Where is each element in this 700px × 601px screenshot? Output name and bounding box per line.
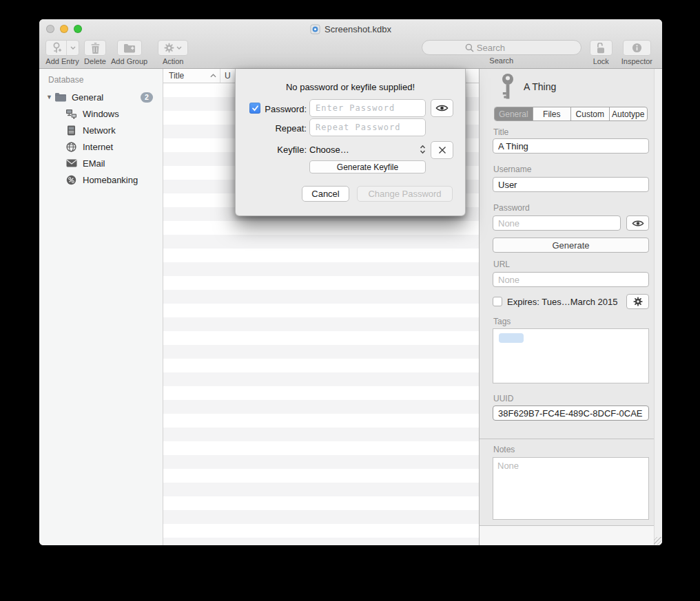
title-field[interactable] bbox=[493, 138, 649, 154]
sidebar-item-email[interactable]: EMail bbox=[39, 155, 163, 171]
keyfile-popup[interactable]: Choose… bbox=[309, 141, 426, 158]
search-input[interactable] bbox=[477, 43, 566, 53]
add-entry-label: Add Entry bbox=[45, 57, 79, 65]
inspector-footer bbox=[480, 526, 654, 545]
inspector-tabs: General Files Custom Autotype bbox=[494, 107, 648, 121]
tags-field-label: Tags bbox=[493, 317, 511, 326]
sidebar: Database ▼ General 2 Windows bbox=[39, 69, 163, 545]
document-proxy-icon[interactable] bbox=[310, 24, 320, 34]
tab-autotype[interactable]: Autotype bbox=[609, 107, 648, 120]
generate-keyfile-button[interactable]: Generate Keyfile bbox=[309, 160, 426, 173]
search-label: Search bbox=[489, 56, 513, 65]
divider bbox=[480, 439, 654, 439]
zoom-button[interactable] bbox=[74, 25, 82, 33]
url-field-label: URL bbox=[493, 260, 510, 269]
repeat-password-input[interactable] bbox=[309, 118, 426, 136]
info-icon bbox=[632, 43, 642, 53]
server-icon bbox=[65, 125, 77, 136]
action-button[interactable]: Action bbox=[158, 40, 188, 65]
sidebar-item-internet[interactable]: Internet bbox=[39, 138, 163, 155]
tags-box[interactable] bbox=[493, 328, 649, 383]
password-field-label: Password bbox=[493, 203, 530, 213]
disclosure-triangle-icon[interactable]: ▼ bbox=[46, 94, 54, 101]
search-field[interactable] bbox=[422, 40, 581, 55]
expires-label: Expires: Tues…March 2015 bbox=[507, 297, 617, 307]
inspector-panel: A Thing General Files Custom Autotype Ti… bbox=[479, 69, 662, 545]
inspector-label: Inspector bbox=[621, 57, 652, 65]
group-count-badge: 2 bbox=[141, 92, 153, 103]
delete-label: Delete bbox=[84, 57, 106, 65]
sidebar-item-general[interactable]: ▼ General 2 bbox=[39, 89, 163, 105]
close-button[interactable] bbox=[46, 25, 54, 33]
minimize-button[interactable] bbox=[60, 25, 68, 33]
sidebar-item-windows[interactable]: Windows bbox=[39, 105, 163, 122]
eye-icon bbox=[435, 104, 449, 112]
lock-label: Lock bbox=[593, 57, 609, 65]
titlebar[interactable]: Screenshot.kdbx bbox=[39, 19, 662, 39]
sidebar-item-label: Homebanking bbox=[83, 175, 138, 185]
window-title: Screenshot.kdbx bbox=[325, 24, 391, 34]
url-field[interactable] bbox=[493, 272, 649, 287]
title-field-label: Title bbox=[493, 127, 508, 137]
sidebar-item-network[interactable]: Network bbox=[39, 122, 163, 138]
clear-keyfile-button[interactable] bbox=[431, 141, 453, 159]
column-header-title[interactable]: Title bbox=[163, 69, 220, 83]
add-group-label: Add Group bbox=[111, 57, 147, 65]
add-entry-button[interactable]: Add Entry bbox=[45, 40, 79, 65]
network-computers-icon bbox=[65, 109, 77, 119]
username-field[interactable] bbox=[493, 177, 649, 192]
uuid-field[interactable] bbox=[493, 405, 649, 421]
notes-field[interactable] bbox=[493, 457, 649, 520]
keyfile-label: Keyfile: bbox=[236, 145, 307, 155]
change-password-button[interactable]: Change Password bbox=[357, 186, 453, 202]
password-field[interactable] bbox=[493, 215, 621, 231]
entry-title: A Thing bbox=[524, 81, 556, 92]
delete-button[interactable]: Delete bbox=[84, 40, 106, 65]
trash-icon bbox=[91, 43, 100, 54]
sort-ascending-icon bbox=[210, 74, 216, 78]
sidebar-item-label: Internet bbox=[83, 142, 113, 152]
app-window: Screenshot.kdbx Add Entry bbox=[39, 19, 662, 545]
add-entry-dropdown[interactable] bbox=[67, 41, 79, 55]
tab-custom[interactable]: Custom bbox=[570, 107, 609, 120]
percent-icon bbox=[65, 175, 77, 185]
lock-icon bbox=[596, 43, 606, 54]
globe-icon bbox=[65, 142, 77, 152]
traffic-lights bbox=[46, 25, 82, 33]
expires-settings-button[interactable] bbox=[626, 294, 649, 309]
reveal-password-button[interactable] bbox=[431, 99, 453, 117]
folder-icon bbox=[54, 92, 67, 102]
cancel-button[interactable]: Cancel bbox=[302, 186, 349, 202]
reveal-password-button[interactable] bbox=[626, 215, 649, 231]
resize-grip[interactable] bbox=[654, 537, 661, 545]
inspector-button[interactable]: Inspector bbox=[621, 40, 652, 65]
screen: Screenshot.kdbx Add Entry bbox=[0, 0, 700, 601]
sidebar-section-header: Database bbox=[39, 69, 163, 89]
lock-button[interactable]: Lock bbox=[590, 40, 612, 65]
search-area: Search bbox=[422, 40, 581, 65]
enter-password-input[interactable] bbox=[309, 99, 426, 117]
gear-icon bbox=[633, 297, 643, 306]
key-plus-icon bbox=[46, 41, 67, 55]
toolbar: Add Entry Delete bbox=[39, 39, 662, 69]
tag-pill[interactable] bbox=[499, 333, 524, 343]
window-chrome: Screenshot.kdbx Add Entry bbox=[39, 19, 662, 69]
notes-field-label: Notes bbox=[493, 445, 515, 454]
sidebar-item-label: EMail bbox=[83, 158, 105, 169]
expires-checkbox[interactable] bbox=[493, 297, 502, 306]
inspector-scrollbar[interactable] bbox=[654, 69, 662, 545]
key-icon bbox=[500, 73, 515, 101]
tab-general[interactable]: General bbox=[495, 107, 533, 120]
tab-files[interactable]: Files bbox=[533, 107, 571, 120]
repeat-label: Repeat: bbox=[236, 123, 307, 134]
gear-icon bbox=[164, 43, 174, 53]
generate-password-button[interactable]: Generate bbox=[493, 238, 649, 253]
action-label: Action bbox=[163, 57, 184, 65]
sheet-message: No password or keyfile supplied! bbox=[236, 82, 465, 92]
sidebar-item-homebanking[interactable]: Homebanking bbox=[39, 171, 163, 188]
sidebar-item-label: Network bbox=[83, 125, 116, 136]
add-group-button[interactable]: Add Group bbox=[111, 40, 147, 65]
folder-plus-icon bbox=[123, 43, 136, 53]
sidebar-item-label: Windows bbox=[83, 109, 119, 119]
uuid-field-label: UUID bbox=[493, 394, 513, 403]
